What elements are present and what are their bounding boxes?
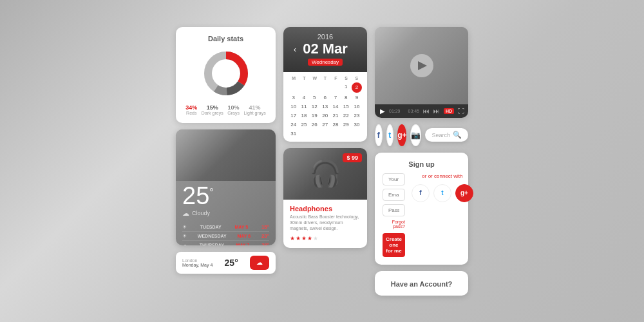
weather-condition: ☁ Cloudy — [182, 209, 269, 218]
calendar-prev-arrow[interactable]: ‹ — [294, 45, 296, 54]
forecast-row-3: ☁ THURSDAY MAY 7 28° — [182, 241, 269, 245]
weather-location: London — [182, 258, 213, 263]
forecast-row-1: ☀ TUESDAY MAY 5 15° — [182, 223, 269, 232]
calendar-dayname: Wednesday — [308, 59, 343, 66]
column-3: ▶ 01:29 03:45 ⏮ ⏭ HD ⛶ f t g+ — [375, 27, 468, 296]
video-play-button[interactable] — [410, 54, 433, 77]
signup-right: or or connect with f t g+ — [412, 173, 473, 257]
password-input[interactable] — [383, 204, 405, 216]
headphones-icon: 🎧 — [309, 158, 341, 189]
search-icon[interactable]: 🔍 — [453, 131, 462, 139]
weather-temperature: 25° — [182, 184, 269, 208]
weather-bottom-temp: 25° — [225, 258, 238, 268]
create-account-button[interactable]: Create one for me — [383, 233, 405, 257]
signup-facebook-button[interactable]: f — [412, 184, 430, 202]
facebook-icon: f — [377, 131, 380, 140]
weather-card: 25° ☁ Cloudy ☀ TUESDAY MAY 5 15° ☀ WEDNE… — [176, 129, 276, 245]
stat-grays: 10% Grays — [227, 104, 240, 115]
video-hd-badge: HD — [444, 108, 454, 114]
donut-chart — [200, 48, 252, 99]
headphones-name: Headphones — [290, 205, 361, 213]
weather-bg — [176, 129, 276, 181]
daily-stats-title: Daily stats — [184, 35, 268, 43]
calendar-weekdays: M T W T F S S — [289, 76, 362, 80]
gplus-button[interactable]: g+ — [397, 124, 406, 146]
search-box[interactable]: Search 🔍 — [425, 128, 468, 142]
video-preview — [375, 27, 468, 104]
main-container: Daily stats 34% Reds — [163, 14, 481, 308]
calendar-body: M T W T F S S 1 2 3 4 — [283, 72, 367, 142]
or-connect-text: or or connect with — [422, 173, 462, 179]
social-row: f t g+ 📷 Search 🔍 — [375, 124, 468, 146]
stats-labels: 34% Reds 15% Dark greys 10% Grays 41% Li… — [184, 104, 268, 115]
daily-stats-card: Daily stats 34% Reds — [176, 27, 276, 123]
headphones-card: $ 99 🎧 Headphones Acoustic Bass Booster … — [283, 148, 367, 248]
signup-title: Sign up — [383, 160, 460, 168]
headphones-image: $ 99 🎧 — [283, 148, 367, 200]
name-input[interactable] — [383, 173, 405, 185]
weather-bottom-date: Monday, May 4 — [182, 263, 213, 267]
signup-card: Sign up Forgot pass? Create one for me o… — [375, 153, 468, 265]
instagram-icon: 📷 — [411, 131, 421, 140]
video-current-time: 01:29 — [389, 109, 401, 113]
forecast-row-2: ☀ WEDNESDAY MAY 6 23° — [182, 232, 269, 241]
column-1: Daily stats 34% Reds — [176, 27, 276, 274]
stat-reds: 34% Reds — [185, 104, 197, 115]
donut-chart-container — [184, 48, 268, 99]
star-2: ★ — [296, 235, 301, 242]
weather-forecast: ☀ TUESDAY MAY 5 15° ☀ WEDNESDAY MAY 6 23… — [176, 220, 276, 245]
weather-bottom-icon: ☁ — [250, 256, 269, 270]
signup-twitter-button[interactable]: t — [433, 184, 451, 202]
cloud-icon-3: ☁ — [182, 242, 187, 245]
calendar-year: 2016 — [317, 33, 333, 41]
video-next-icon[interactable]: ⏭ — [433, 108, 440, 115]
calendar-header: 2016 02 Mar Wednesday ‹ › — [283, 27, 367, 72]
have-account-card[interactable]: Have an Account? — [375, 271, 468, 296]
video-card: ▶ 01:29 03:45 ⏮ ⏭ HD ⛶ — [375, 27, 468, 118]
calendar-days: 1 2 3 4 5 6 7 8 9 10 11 12 13 14 15 16 1 — [289, 82, 362, 138]
stat-lightgrays: 41% Light grays — [243, 104, 265, 115]
calendar-nav: ‹ › — [290, 45, 367, 54]
headphones-price: $ 99 — [343, 153, 362, 162]
stat-darkgrays: 15% Dark greys — [202, 104, 223, 115]
video-controls: ▶ 01:29 03:45 ⏮ ⏭ HD ⛶ — [375, 104, 468, 118]
search-input[interactable]: Search — [431, 132, 450, 138]
signup-social-buttons: f t g+ — [412, 184, 473, 202]
cloud-bottom-icon: ☁ — [256, 259, 263, 266]
have-account-text: Have an Account? — [391, 280, 453, 288]
sun-icon: ☀ — [182, 224, 187, 230]
weather-bg-image — [176, 129, 276, 181]
calendar-card: 2016 02 Mar Wednesday ‹ › M T W T F S S — [283, 27, 367, 142]
cloud-icon: ☁ — [182, 209, 189, 218]
column-2: 2016 02 Mar Wednesday ‹ › M T W T F S S — [283, 27, 367, 248]
sun-icon-2: ☀ — [182, 233, 187, 239]
video-prev-icon[interactable]: ⏮ — [423, 108, 430, 115]
star-1: ★ — [290, 235, 295, 242]
twitter-icon: t — [388, 131, 391, 140]
headphones-body: Headphones Acoustic Bass Booster technol… — [283, 200, 367, 248]
signup-gplus-button[interactable]: g+ — [455, 184, 473, 202]
video-duration: 03:45 — [408, 109, 420, 113]
star-3: ★ — [301, 235, 307, 242]
video-play-icon[interactable]: ▶ — [380, 108, 385, 115]
instagram-button[interactable]: 📷 — [410, 124, 421, 146]
signup-form: Forgot pass? Create one for me or or con… — [383, 173, 460, 257]
headphones-rating: ★ ★ ★ ★ ★ — [290, 235, 361, 242]
facebook-button[interactable]: f — [375, 124, 383, 146]
email-input[interactable] — [383, 189, 405, 201]
twitter-button[interactable]: t — [386, 124, 394, 146]
gplus-icon: g+ — [397, 131, 406, 140]
video-expand-icon[interactable]: ⛶ — [458, 108, 464, 115]
headphones-description: Acoustic Bass Booster technology, 30mm d… — [290, 214, 361, 231]
weather-bottom-bar: London Monday, May 4 25° ☁ — [176, 252, 276, 274]
play-triangle-icon — [418, 61, 427, 70]
forgot-password-link[interactable]: Forgot pass? — [383, 220, 405, 229]
weather-temp-section: 25° ☁ Cloudy — [176, 181, 276, 220]
signup-left: Forgot pass? Create one for me — [383, 173, 405, 257]
weather-bottom-info: London Monday, May 4 — [182, 258, 213, 267]
star-4: ★ — [307, 235, 312, 242]
star-5: ★ — [313, 235, 318, 242]
